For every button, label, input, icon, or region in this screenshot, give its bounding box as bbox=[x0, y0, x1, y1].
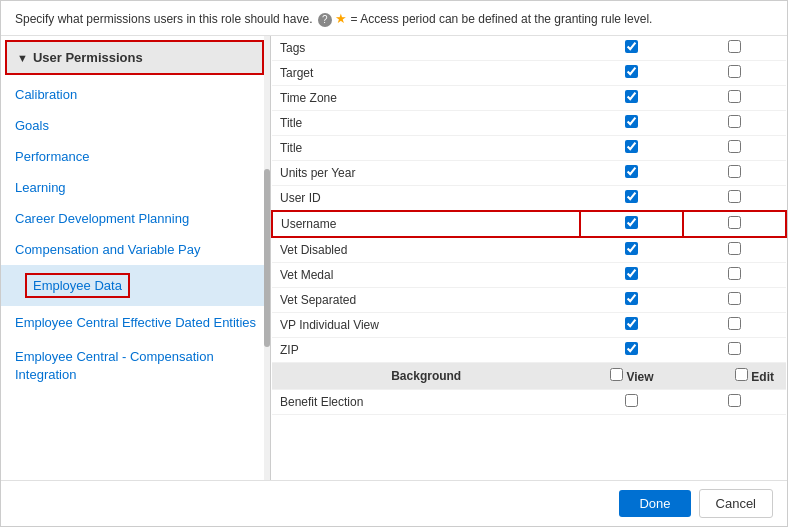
sidebar: ▼ User Permissions Calibration Goals Per… bbox=[1, 36, 271, 480]
permission-check2[interactable] bbox=[683, 61, 786, 86]
help-icon[interactable]: ? bbox=[318, 13, 332, 27]
sidebar-item-wrapper-ec-compensation: Employee Central - Compensation Integrat… bbox=[1, 340, 270, 392]
header-note: = Access period can be defined at the gr… bbox=[351, 12, 653, 26]
bg-checkbox-col2[interactable] bbox=[728, 394, 741, 407]
permission-check2[interactable] bbox=[683, 288, 786, 313]
checkbox-col2[interactable] bbox=[728, 292, 741, 305]
cancel-button[interactable]: Cancel bbox=[699, 489, 773, 518]
sidebar-item-ec-compensation[interactable]: Employee Central - Compensation Integrat… bbox=[1, 342, 270, 390]
section-header-label: Background bbox=[272, 363, 580, 390]
permission-label: Title bbox=[272, 111, 580, 136]
table-row: Tags bbox=[272, 36, 786, 61]
permission-check1[interactable] bbox=[580, 237, 683, 263]
checkbox-col1[interactable] bbox=[625, 342, 638, 355]
checkbox-col2[interactable] bbox=[728, 115, 741, 128]
header-description: Specify what permissions users in this r… bbox=[15, 12, 312, 26]
table-row: Target bbox=[272, 61, 786, 86]
permission-label: Vet Disabled bbox=[272, 237, 580, 263]
footer: Done Cancel bbox=[1, 480, 787, 526]
checkbox-col1[interactable] bbox=[625, 292, 638, 305]
permission-check2[interactable] bbox=[683, 111, 786, 136]
permission-label: ZIP bbox=[272, 338, 580, 363]
sidebar-item-employee-data[interactable]: Employee Data bbox=[25, 273, 130, 298]
sidebar-item-career-development[interactable]: Career Development Planning bbox=[1, 205, 270, 232]
checkbox-col2[interactable] bbox=[728, 242, 741, 255]
permission-check2[interactable] bbox=[683, 36, 786, 61]
sidebar-scroll-thumb[interactable] bbox=[264, 169, 270, 347]
permission-check1[interactable] bbox=[580, 36, 683, 61]
checkbox-col2[interactable] bbox=[728, 342, 741, 355]
permission-check1[interactable] bbox=[580, 211, 683, 237]
sidebar-item-ec-effective-dated[interactable]: Employee Central Effective Dated Entitie… bbox=[1, 308, 270, 338]
permission-check1[interactable] bbox=[580, 313, 683, 338]
table-row: Title bbox=[272, 136, 786, 161]
checkbox-col1[interactable] bbox=[625, 267, 638, 280]
checkbox-col1[interactable] bbox=[625, 242, 638, 255]
permission-check2[interactable] bbox=[683, 161, 786, 186]
permission-check1[interactable] bbox=[580, 186, 683, 212]
table-row: Vet Medal bbox=[272, 263, 786, 288]
background-label: Benefit Election bbox=[272, 390, 580, 415]
table-row: Vet Disabled bbox=[272, 237, 786, 263]
checkbox-col1[interactable] bbox=[625, 317, 638, 330]
permission-check2[interactable] bbox=[683, 186, 786, 212]
permission-check2[interactable] bbox=[683, 237, 786, 263]
permission-check2[interactable] bbox=[683, 86, 786, 111]
checkbox-col2[interactable] bbox=[728, 190, 741, 203]
checkbox-col1[interactable] bbox=[625, 140, 638, 153]
star-icon: ★ bbox=[335, 11, 347, 26]
sidebar-item-compensation-variable[interactable]: Compensation and Variable Pay bbox=[1, 236, 270, 263]
checkbox-col1[interactable] bbox=[625, 115, 638, 128]
checkbox-col2[interactable] bbox=[728, 140, 741, 153]
permission-check2[interactable] bbox=[683, 313, 786, 338]
checkbox-col2[interactable] bbox=[728, 165, 741, 178]
sidebar-item-performance[interactable]: Performance bbox=[1, 143, 270, 170]
checkbox-col2[interactable] bbox=[728, 216, 741, 229]
checkbox-col2[interactable] bbox=[728, 40, 741, 53]
background-check1[interactable] bbox=[580, 390, 683, 415]
sidebar-item-wrapper-goals: Goals bbox=[1, 110, 270, 141]
section-header-edit: Edit bbox=[683, 363, 786, 390]
permission-label: Vet Medal bbox=[272, 263, 580, 288]
permission-check1[interactable] bbox=[580, 136, 683, 161]
checkbox-col2[interactable] bbox=[728, 267, 741, 280]
edit-checkbox[interactable] bbox=[735, 368, 748, 381]
permission-check1[interactable] bbox=[580, 263, 683, 288]
table-row: Title bbox=[272, 111, 786, 136]
permission-check2[interactable] bbox=[683, 211, 786, 237]
permission-check2[interactable] bbox=[683, 263, 786, 288]
permission-check1[interactable] bbox=[580, 61, 683, 86]
checkbox-col1[interactable] bbox=[625, 90, 638, 103]
view-checkbox[interactable] bbox=[610, 368, 623, 381]
sidebar-item-wrapper-calibration: Calibration bbox=[1, 79, 270, 110]
permission-label: Title bbox=[272, 136, 580, 161]
table-row: Username bbox=[272, 211, 786, 237]
permission-check1[interactable] bbox=[580, 86, 683, 111]
chevron-icon: ▼ bbox=[17, 52, 28, 64]
permission-check1[interactable] bbox=[580, 338, 683, 363]
permission-check2[interactable] bbox=[683, 338, 786, 363]
checkbox-col1[interactable] bbox=[625, 40, 638, 53]
background-check2[interactable] bbox=[683, 390, 786, 415]
permission-label: Tags bbox=[272, 36, 580, 61]
sidebar-item-learning[interactable]: Learning bbox=[1, 174, 270, 201]
done-button[interactable]: Done bbox=[619, 490, 690, 517]
permission-check1[interactable] bbox=[580, 288, 683, 313]
sidebar-item-calibration[interactable]: Calibration bbox=[1, 81, 270, 108]
permission-check2[interactable] bbox=[683, 136, 786, 161]
checkbox-col1[interactable] bbox=[625, 165, 638, 178]
sidebar-item-goals[interactable]: Goals bbox=[1, 112, 270, 139]
checkbox-col1[interactable] bbox=[625, 216, 638, 229]
user-permissions-header[interactable]: ▼ User Permissions bbox=[5, 40, 264, 75]
checkbox-col2[interactable] bbox=[728, 90, 741, 103]
permission-check1[interactable] bbox=[580, 111, 683, 136]
permission-check1[interactable] bbox=[580, 161, 683, 186]
permission-label: Time Zone bbox=[272, 86, 580, 111]
permission-label: Target bbox=[272, 61, 580, 86]
sidebar-item-wrapper-performance: Performance bbox=[1, 141, 270, 172]
checkbox-col2[interactable] bbox=[728, 65, 741, 78]
bg-checkbox-col1[interactable] bbox=[625, 394, 638, 407]
checkbox-col1[interactable] bbox=[625, 190, 638, 203]
checkbox-col1[interactable] bbox=[625, 65, 638, 78]
checkbox-col2[interactable] bbox=[728, 317, 741, 330]
